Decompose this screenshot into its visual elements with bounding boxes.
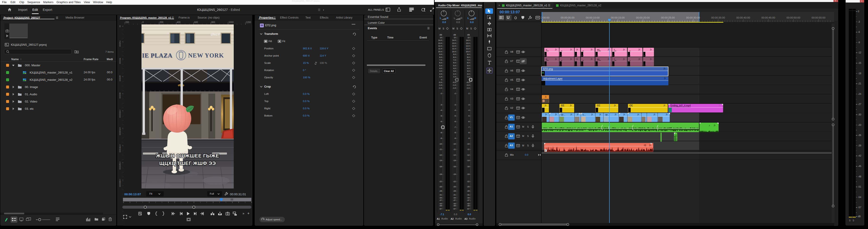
svg-text:NЕW YORK: NЕW YORK bbox=[188, 52, 224, 59]
svg-text:ЩЦХЦ ТШЕГ ЖШФ ЭЭ: ЩЦХЦ ТШЕГ ЖШФ ЭЭ bbox=[159, 161, 216, 166]
svg-text:ЕЙАЕЛГ: ЕЙАЕЛГ bbox=[211, 33, 220, 36]
svg-text:IE PLAZA: IE PLAZA bbox=[142, 52, 173, 59]
svg-text:ЖШЫН ОШЖШЕЕ ГЫЖЕ: ЖШЫН ОШЖШЕЕ ГЫЖЕ bbox=[156, 153, 219, 159]
